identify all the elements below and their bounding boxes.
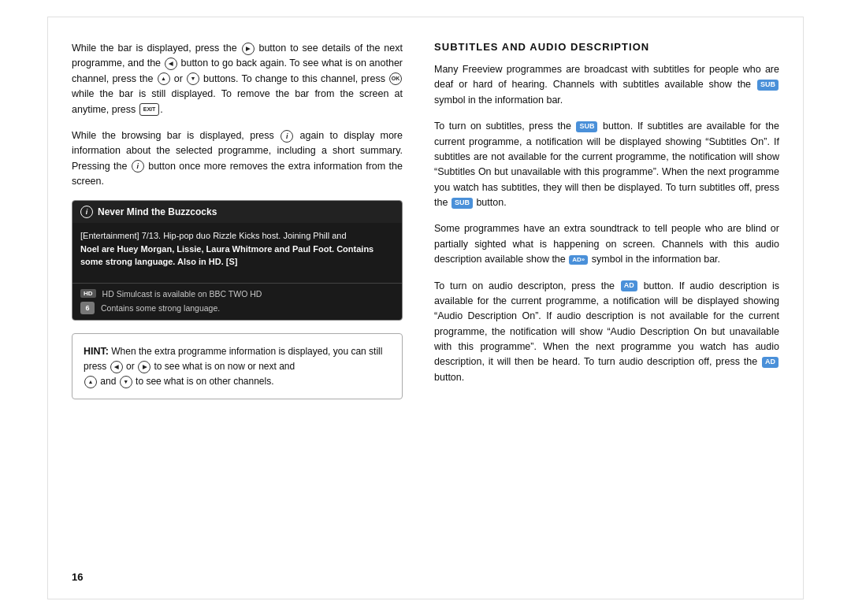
ad-badge-3: AD [762,357,779,368]
page-number: 16 [72,571,83,583]
ok-icon [389,72,402,85]
down-arrow-icon [187,72,199,85]
right-para2: To turn on subtitles, press the SUB butt… [434,119,779,210]
programme-info-icon: i [80,206,93,218]
left-para2: While the browsing bar is displayed, pre… [72,128,403,190]
info-icon-2 [132,160,144,173]
right-column: SUBTITLES AND AUDIO DESCRIPTION Many Fre… [434,41,779,575]
hint-text4: and [100,376,116,387]
up-arrow-icon [158,72,170,85]
ad-badge-2: AD [621,280,637,291]
right-para3: Some programmes have an extra soundtrack… [434,221,779,267]
sub-badge-2: SUB [576,121,597,132]
hint-right-arrow-icon [138,361,151,373]
programme-footer: HD HD Simulcast is available on BBC TWO … [72,283,402,320]
section-title: SUBTITLES AND AUDIO DESCRIPTION [434,41,779,53]
right-para1: Many Freeview programmes are broadcast w… [434,62,779,108]
ad-badge-1: AD» [569,255,588,265]
hint-up-arrow-icon [84,376,97,388]
right-arrow-icon [242,43,255,55]
programme-title: Never Mind the Buzzcocks [98,206,217,217]
left-column: While the bar is displayed, press the bu… [72,41,403,575]
hd-badge: HD [80,289,96,298]
hint-text2: or [126,361,135,372]
footer-row-1: HD HD Simulcast is available on BBC TWO … [80,288,394,300]
right-para4: To turn on audio descripton, press the A… [434,279,779,386]
hint-box: HINT: When the extra programme informati… [72,333,403,400]
programme-header: i Never Mind the Buzzcocks [72,201,402,223]
hint-left-arrow-icon [110,361,123,373]
left-para1: While the bar is displayed, press the bu… [72,41,403,117]
hint-down-arrow-icon [120,376,132,388]
page: While the bar is displayed, press the bu… [47,17,804,599]
hint-text5: to see what is on other channels. [136,376,273,387]
sub-badge-3: SUB [452,198,473,209]
hint-text3: to see what is on now or next and [154,361,295,372]
num-badge: 6 [80,302,95,314]
footer-text-1: HD Simulcast is available on BBC TWO HD [102,289,262,299]
exit-icon [139,103,160,116]
footer-row-2: 6 Contains some strong language. [80,300,394,316]
info-icon-1 [281,130,293,143]
programme-body: [Entertainment] 7/13. Hip-pop duo Rizzle… [72,223,402,283]
sub-badge-1: SUB [757,80,779,91]
programme-box: i Never Mind the Buzzcocks [Entertainmen… [72,200,403,321]
programme-body-line3: some strong language. Also in HD. [S] [80,257,237,266]
programme-body-line2: Noel are Huey Morgan, Lissie, Laura Whit… [80,244,373,254]
programme-body-line1: [Entertainment] 7/13. Hip-pop duo Rizzle… [80,231,347,240]
footer-text-2: Contains some strong language. [101,303,220,313]
left-arrow-icon [165,58,177,70]
hint-label: HINT: [84,346,109,357]
